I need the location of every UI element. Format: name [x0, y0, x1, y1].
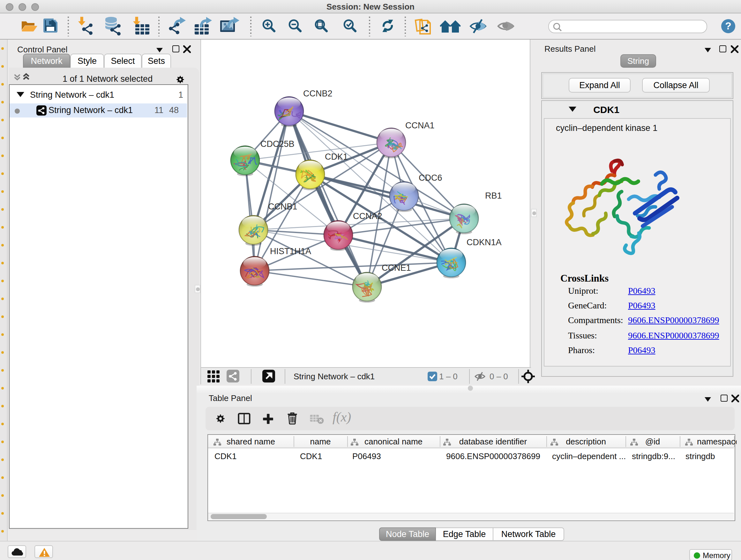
svg-text:HIST1H1A: HIST1H1A: [270, 246, 311, 256]
svg-text:CCNA2: CCNA2: [353, 211, 382, 221]
svg-text:CDKN1A: CDKN1A: [467, 238, 502, 247]
svg-text:CDC25B: CDC25B: [260, 139, 294, 149]
svg-text:CCNA1: CCNA1: [405, 121, 434, 130]
svg-text:CCNB2: CCNB2: [303, 89, 333, 98]
svg-text:CCNE1: CCNE1: [382, 263, 411, 273]
svg-text:CCNB1: CCNB1: [268, 202, 297, 211]
svg-text:RB1: RB1: [485, 191, 502, 200]
svg-text:CDC6: CDC6: [419, 173, 442, 183]
svg-text:CDK1: CDK1: [325, 152, 348, 162]
